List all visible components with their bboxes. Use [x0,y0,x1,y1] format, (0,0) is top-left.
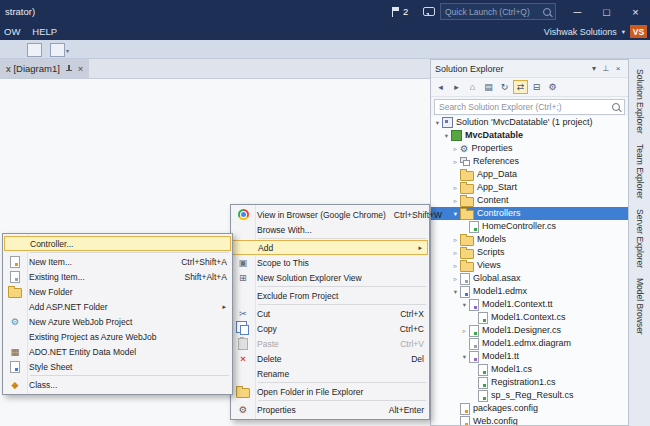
collapsed-arrow-icon[interactable]: ▹ [451,236,460,244]
expanded-arrow-icon[interactable]: ▾ [442,132,451,140]
tree-item-model1-designer-cs[interactable]: ▹Model1.Designer.cs [431,324,628,337]
menu-item-shortcut: Alt+Enter [381,405,424,415]
menu-item-open-folder-in-file-explorer[interactable]: Open Folder in File Explorer [232,384,428,399]
menu-item-shortcut: Ctrl+V [392,339,424,349]
menu-help[interactable]: HELP [28,26,65,37]
menu-item-label: Class... [29,380,57,390]
tree-item-model1-edmx[interactable]: ▾Model1.edmx [431,285,628,298]
collapsed-arrow-icon[interactable]: ▹ [451,275,460,283]
tree-item-model1-cs[interactable]: Model1.cs [431,363,628,376]
tree-item-web-config[interactable]: Web.config [431,415,628,425]
submenu-arrow-icon: ▸ [222,303,227,311]
tree-item-app-start[interactable]: ▹App_Start [431,181,628,194]
document-tab-diagram1[interactable]: x [Diagram1] × [0,59,89,78]
tree-item-app-data[interactable]: App_Data [431,168,628,181]
feedback-icon[interactable] [423,7,435,16]
close-icon[interactable]: × [78,63,84,74]
home-icon[interactable]: ⌂ [465,80,480,94]
menu-item-scope-to-this[interactable]: ▣Scope to This [232,255,428,270]
collapsed-arrow-icon[interactable]: ▹ [451,158,460,166]
tree-item-references[interactable]: ▹References [431,155,628,168]
tree-item-views[interactable]: ▹Views [431,259,628,272]
menu-item-existing-item[interactable]: Existing Item...Shift+Alt+A [4,269,231,284]
tree-item-solution-mvcdatatable-1-project[interactable]: ▾Solution 'MvcDatatable' (1 project) [431,116,628,129]
tree-item-sp-s-reg-result-cs[interactable]: sp_s_Reg_Result.cs [431,389,628,402]
menu-item-rename[interactable]: Rename [232,366,428,381]
menu-item-exclude-from-project[interactable]: Exclude From Project [232,288,428,303]
refresh-icon[interactable]: ↻ [497,80,512,94]
menu-item-ado-net-entity-data-model[interactable]: ▦ADO.NET Entity Data Model [4,344,231,359]
menu-item-existing-project-as-azure-webjob[interactable]: Existing Project as Azure WebJob [4,329,231,344]
forward-icon[interactable]: ▸ [449,80,464,94]
menu-item-style-sheet[interactable]: Style Sheet [4,359,231,374]
collapsed-arrow-icon[interactable]: ▹ [451,249,460,257]
properties-icon[interactable]: ⚙ [545,80,560,94]
tree-item-controllers[interactable]: ▾Controllers [431,207,628,220]
collapse-all-icon[interactable]: ⊟ [529,80,544,94]
tree-item-homecontroller-cs[interactable]: HomeController.cs [431,220,628,233]
side-tab-model-browser[interactable]: Model Browser [635,278,645,335]
menu-window[interactable]: OW [0,26,28,37]
menu-item-browse-with[interactable]: Browse With... [232,222,428,237]
menu-item-copy[interactable]: CopyCtrl+C [232,321,428,336]
minimize-button[interactable]: ─ [563,0,592,23]
menu-item-add[interactable]: Add▸ [232,240,428,255]
switch-views-icon[interactable]: ▤ [481,80,496,94]
window-position-icon[interactable]: ▾ [588,64,600,73]
menu-item-view-in-browser-google-chrome[interactable]: View in Browser (Google Chrome)Ctrl+Shif… [232,207,428,222]
collapsed-arrow-icon[interactable]: ▹ [451,145,460,153]
menu-item-delete[interactable]: ×DeleteDel [232,351,428,366]
quick-launch-input[interactable]: Quick Launch (Ctrl+Q) [440,3,556,20]
expanded-arrow-icon[interactable]: ▾ [451,288,460,296]
expanded-arrow-icon[interactable]: ▾ [433,119,442,127]
tree-item-model1-context-cs[interactable]: Model1.Context.cs [431,311,628,324]
chevron-down-icon[interactable]: ▾ [66,47,69,54]
menu-item-new-item[interactable]: New Item...Ctrl+Shift+A [4,254,231,269]
close-icon[interactable]: × [612,64,624,73]
pin-icon[interactable]: ⊥ [600,64,612,73]
close-button[interactable]: × [621,0,650,23]
tree-item-model1-tt[interactable]: ▾Model1.tt [431,350,628,363]
toolbar-icon-1[interactable] [27,43,42,57]
toolbar-icon-2[interactable] [50,43,65,57]
menu-item-new-folder[interactable]: New Folder [4,284,231,299]
menu-item-add-asp-net-folder[interactable]: Add ASP.NET Folder▸ [4,299,231,314]
menu-item-controller[interactable]: Controller... [4,236,231,251]
tree-item-properties[interactable]: ▹⚙Properties [431,142,628,155]
expanded-arrow-icon[interactable]: ▾ [460,353,469,361]
menu-item-class[interactable]: ◆Class... [4,377,231,392]
menu-item-icon-slot: × [233,354,253,364]
pin-icon[interactable] [65,64,73,73]
tree-item-model1-edmx-diagram[interactable]: Model1.edmx.diagram [431,337,628,350]
tree-item-packages-config[interactable]: packages.config [431,402,628,415]
tree-item-mvcdatatable[interactable]: ▾MvcDatatable [431,129,628,142]
tree-item-model1-context-tt[interactable]: ▾Model1.Context.tt [431,298,628,311]
expanded-arrow-icon[interactable]: ▾ [451,210,460,218]
maximize-button[interactable]: □ [592,0,621,23]
search-input[interactable]: Search Solution Explorer (Ctrl+;) [434,99,625,115]
collapsed-arrow-icon[interactable]: ▹ [451,184,460,192]
menu-item-properties[interactable]: ⚙PropertiesAlt+Enter [232,402,428,417]
sync-active-document-icon[interactable]: ⇄ [513,80,528,94]
tree-item-models[interactable]: ▹Models [431,233,628,246]
notifications[interactable]: 2 [391,6,408,17]
menu-item-new-azure-webjob-project[interactable]: ⚙New Azure WebJob Project [4,314,231,329]
vs-account-badge[interactable]: VS [630,25,647,38]
tree-item-content[interactable]: ▹Content [431,194,628,207]
collapsed-arrow-icon[interactable]: ▹ [460,327,469,335]
menu-item-cut[interactable]: ✂CutCtrl+X [232,306,428,321]
account-name[interactable]: Vishwak Solutions [544,27,617,37]
menu-item-new-solution-explorer-view[interactable]: ⊞New Solution Explorer View [232,270,428,285]
collapsed-arrow-icon[interactable]: ▹ [451,262,460,270]
tree-item-global-asax[interactable]: ▹Global.asax [431,272,628,285]
back-icon[interactable]: ◂ [433,80,448,94]
side-tab-solution-explorer[interactable]: Solution Explorer [635,69,645,134]
expanded-arrow-icon[interactable]: ▾ [460,301,469,309]
chevron-down-icon[interactable]: ▾ [622,28,625,36]
tree-item-registration1-cs[interactable]: Registration1.cs [431,376,628,389]
collapsed-arrow-icon[interactable]: ▹ [451,197,460,205]
tree-item-scripts[interactable]: ▹Scripts [431,246,628,259]
side-tab-team-explorer[interactable]: Team Explorer [635,144,645,199]
side-tab-server-explorer[interactable]: Server Explorer [635,209,645,268]
solution-explorer-header[interactable]: Solution Explorer ▾⊥× [431,60,628,77]
